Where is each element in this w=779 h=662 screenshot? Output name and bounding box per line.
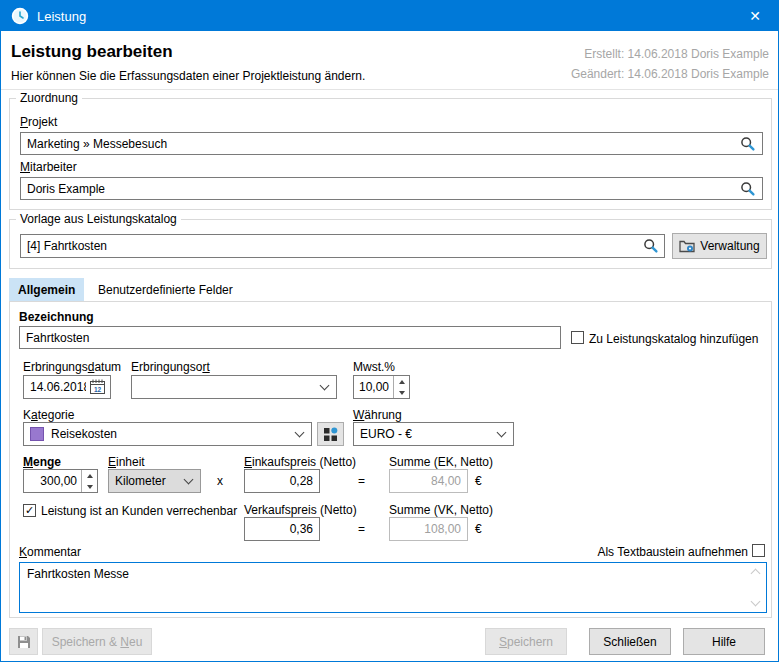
verwaltung-button[interactable]: Verwaltung: [672, 233, 767, 259]
equals-sign-ek: =: [358, 474, 365, 488]
kommentar-text: Fahrtkosten Messe: [27, 567, 744, 581]
mwst-label: Mwst.%: [353, 360, 395, 374]
kategorie-verwaltung-button[interactable]: [317, 422, 344, 446]
einkaufspreis-label: Einkaufspreis (Netto): [244, 455, 356, 469]
tab-benutzerdefinierte-felder[interactable]: Benutzerdefinierte Felder: [89, 278, 242, 301]
chevron-down-icon: [184, 475, 194, 485]
allgemein-tab-panel: Bezeichnung Zu Leistungskatalog hinzufüg…: [9, 301, 772, 618]
scroll-down-icon[interactable]: [751, 597, 761, 607]
zuordnung-group: Zuordnung Projekt Mitarbeiter: [9, 98, 772, 210]
zu-leistungskatalog-label: Zu Leistungskatalog hinzufügen: [589, 332, 758, 346]
vorlage-group: Vorlage aus Leistungskatalog Verwaltung: [9, 219, 772, 269]
save-icon-button[interactable]: [9, 628, 38, 655]
kategorie-label: Kategorie: [23, 408, 74, 422]
einheit-value: Kilometer: [115, 474, 166, 488]
kategorie-color-swatch: [30, 427, 44, 441]
chevron-down-icon: [320, 381, 330, 391]
vorlage-input[interactable]: [20, 234, 665, 258]
verrechenbar-label: Leistung ist an Kunden verrechenbar: [41, 504, 237, 518]
summe-ek-label: Summe (EK, Netto): [389, 455, 493, 469]
kategorie-combobox[interactable]: Reisekosten: [23, 422, 312, 446]
erbringungsdatum-label: Erbringungsdatum: [23, 360, 121, 374]
verrechenbar-checkbox[interactable]: ✓: [23, 504, 36, 517]
verkaufspreis-input[interactable]: [244, 517, 320, 541]
titlebar[interactable]: Leistung ✕: [1, 1, 778, 31]
scroll-up-icon[interactable]: [751, 569, 761, 579]
page-subtitle: Hier können Sie die Erfassungsdaten eine…: [11, 69, 365, 83]
speichern-und-neu-button[interactable]: Speichern & Neu: [42, 628, 152, 655]
erbringungsort-label: Erbringungsort: [131, 360, 210, 374]
floppy-disk-icon: [16, 634, 32, 650]
times-sign: x: [217, 474, 223, 488]
zu-leistungskatalog-checkbox[interactable]: [571, 331, 584, 344]
waehrung-combobox[interactable]: EURO - €: [353, 422, 514, 446]
schliessen-button[interactable]: Schließen: [589, 628, 671, 655]
kommentar-label: Kommentar: [19, 545, 81, 559]
created-meta: Erstellt: 14.06.2018 Doris Example: [584, 47, 769, 61]
header-divider: [1, 89, 778, 90]
bezeichnung-label: Bezeichnung: [19, 310, 94, 324]
waehrung-value: EURO - €: [360, 427, 412, 441]
modified-meta: Geändert: 14.06.2018 Doris Example: [571, 67, 769, 81]
page-title: Leistung bearbeiten: [11, 42, 173, 62]
mwst-spin-down[interactable]: [394, 387, 409, 398]
einheit-combobox[interactable]: Kilometer: [108, 469, 201, 493]
menge-spinner[interactable]: 300,00: [23, 469, 98, 493]
waehrung-label: Währung: [353, 408, 402, 422]
mwst-spinner[interactable]: 10,00: [353, 375, 410, 399]
einkaufspreis-input[interactable]: [244, 469, 320, 493]
euro-sign-vk: €: [475, 522, 482, 536]
zuordnung-legend: Zuordnung: [16, 91, 82, 105]
chevron-down-icon: [295, 428, 305, 438]
textbaustein-label: Als Textbaustein aufnehmen: [597, 545, 748, 559]
mwst-spin-up[interactable]: [394, 376, 409, 387]
equals-sign-vk: =: [358, 522, 365, 536]
speichern-button[interactable]: Speichern: [485, 628, 567, 655]
verkaufspreis-label: Verkaufspreis (Netto): [244, 503, 357, 517]
chevron-down-icon: [497, 428, 507, 438]
tab-allgemein[interactable]: Allgemein: [9, 278, 84, 301]
menge-spin-down[interactable]: [82, 481, 97, 492]
vorlage-search-icon[interactable]: [643, 238, 659, 254]
menge-spin-up[interactable]: [82, 470, 97, 481]
folder-gear-icon: [679, 239, 695, 253]
summe-vk-label: Summe (VK, Netto): [389, 503, 493, 517]
kommentar-textarea[interactable]: Fahrtkosten Messe: [19, 562, 767, 613]
bezeichnung-input[interactable]: [19, 326, 561, 349]
leistung-dialog: Leistung ✕ Leistung bearbeiten Hier könn…: [0, 0, 779, 662]
summe-ek-output: [389, 469, 468, 493]
menge-label: Menge: [23, 455, 61, 469]
projekt-input[interactable]: [20, 132, 763, 155]
mitarbeiter-label: Mitarbeiter: [20, 160, 77, 174]
erbringungsort-combobox[interactable]: [131, 375, 337, 399]
calendar-icon[interactable]: 12: [89, 379, 106, 395]
mitarbeiter-input[interactable]: [20, 177, 763, 200]
projekt-search-icon[interactable]: [740, 136, 756, 152]
category-grid-icon: [323, 427, 338, 442]
euro-sign-ek: €: [475, 474, 482, 488]
mitarbeiter-search-icon[interactable]: [740, 181, 756, 197]
textbaustein-checkbox[interactable]: [752, 544, 765, 557]
hilfe-button[interactable]: Hilfe: [683, 628, 765, 655]
einheit-label: Einheit: [108, 455, 145, 469]
svg-text:12: 12: [94, 386, 102, 393]
projekt-label: Projekt: [20, 115, 57, 129]
window-title: Leistung: [37, 9, 86, 24]
clock-icon: [11, 7, 29, 25]
summe-vk-output: [389, 517, 468, 541]
kategorie-value: Reisekosten: [51, 427, 117, 441]
vorlage-legend: Vorlage aus Leistungskatalog: [16, 212, 181, 226]
close-icon[interactable]: ✕: [732, 1, 778, 31]
verwaltung-label: Verwaltung: [700, 239, 759, 253]
